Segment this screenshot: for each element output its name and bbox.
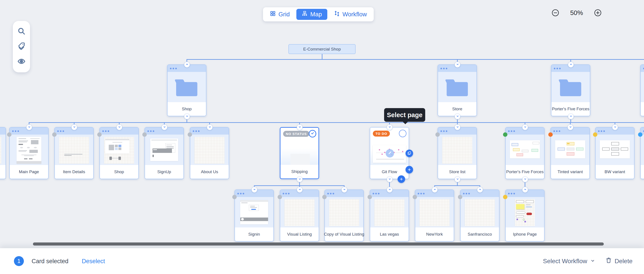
page-card[interactable]: Shop xyxy=(100,127,139,179)
status-dot-orange[interactable] xyxy=(548,132,553,137)
status-dot-green[interactable] xyxy=(503,132,508,137)
connector-handle[interactable] xyxy=(522,125,528,130)
folder-card[interactable]: Shop xyxy=(167,64,206,116)
status-dot-gray[interactable] xyxy=(142,132,147,137)
eye-tool-button[interactable] xyxy=(17,57,26,66)
connector-handle[interactable] xyxy=(184,62,190,68)
connector-handle[interactable] xyxy=(72,125,77,130)
page-card[interactable] xyxy=(0,127,6,179)
delete-button[interactable]: Delete xyxy=(605,257,632,265)
folder-card[interactable] xyxy=(640,64,644,116)
connector-handle[interactable] xyxy=(252,187,257,193)
status-dot-gray[interactable] xyxy=(412,195,417,199)
page-card[interactable]: Signin xyxy=(234,189,274,242)
page-thumbnail xyxy=(515,199,535,226)
view-toggle-workflow[interactable]: Workflow xyxy=(329,9,372,20)
connector-handle[interactable] xyxy=(162,125,167,130)
tag-tool-button[interactable] xyxy=(17,42,26,51)
card-title: Tinted variant xyxy=(558,169,583,174)
header-dot xyxy=(108,130,109,132)
page-card[interactable]: Copy of Visual Listing xyxy=(324,189,364,242)
status-dot-gray[interactable] xyxy=(322,195,327,199)
root-node[interactable]: E-Commercial Shop xyxy=(288,44,356,54)
select-workflow-dropdown[interactable]: Select Workflow xyxy=(543,258,595,265)
connector-handle[interactable] xyxy=(26,125,32,130)
header-dot xyxy=(102,130,104,132)
connector-handle[interactable] xyxy=(522,187,528,193)
view-toggle-grid[interactable]: Grid xyxy=(264,9,295,20)
connector-handle[interactable] xyxy=(184,114,190,119)
connector-handle[interactable] xyxy=(568,114,574,119)
card-checkbox-checked[interactable] xyxy=(309,130,316,137)
connector-handle[interactable] xyxy=(297,176,302,182)
status-dot-yellow[interactable] xyxy=(503,195,508,199)
connector-handle[interactable] xyxy=(387,125,392,130)
chevron-down-icon xyxy=(388,177,392,182)
page-card[interactable]: Iphone Page xyxy=(505,189,544,242)
connector-handle[interactable] xyxy=(454,114,460,119)
page-card[interactable]: Sanfrancisco xyxy=(460,189,500,242)
zoom-in-button[interactable] xyxy=(594,9,602,17)
card-footer: BW variant xyxy=(596,165,634,179)
connector-handle[interactable] xyxy=(387,176,392,182)
page-card[interactable]: BW variant xyxy=(595,127,634,179)
page-card[interactable]: Visual Listing xyxy=(280,189,319,242)
status-dot-gray[interactable] xyxy=(458,195,462,199)
deselect-link[interactable]: Deselect xyxy=(82,258,105,265)
header-dot xyxy=(375,193,377,194)
status-dot-gray[interactable] xyxy=(188,132,192,137)
connector-handle[interactable] xyxy=(454,62,460,68)
connector-handle[interactable] xyxy=(297,187,302,193)
status-dot-gray[interactable] xyxy=(368,195,372,199)
duplicate-page-button[interactable] xyxy=(406,149,413,157)
card-body xyxy=(641,135,644,165)
page-card[interactable]: NewYork xyxy=(415,189,454,242)
card-checkbox[interactable] xyxy=(399,130,406,137)
page-card[interactable]: Main Page xyxy=(9,127,48,179)
card-body xyxy=(190,135,229,165)
add-sibling-page-button[interactable]: + xyxy=(398,175,405,183)
zoom-out-button[interactable] xyxy=(552,9,559,17)
page-card[interactable] xyxy=(640,127,644,179)
folder-card[interactable]: Store xyxy=(438,64,477,116)
edit-page-button[interactable] xyxy=(386,149,394,157)
status-dot-gray[interactable] xyxy=(97,132,102,137)
connector-handle[interactable] xyxy=(297,125,302,130)
page-card[interactable]: SignUp xyxy=(144,127,184,179)
connector-handle[interactable] xyxy=(116,125,122,130)
view-toggle-map[interactable]: Map xyxy=(296,9,327,20)
connector-handle[interactable] xyxy=(342,187,347,193)
horizontal-scrollbar[interactable] xyxy=(33,243,604,246)
page-card[interactable]: Porter's Five Forces xyxy=(505,127,544,179)
page-card[interactable]: Las vegas xyxy=(370,189,409,242)
status-dot-gray[interactable] xyxy=(278,195,282,199)
status-dot-yellow[interactable] xyxy=(593,132,597,137)
folder-card[interactable]: Porter's Five Forces xyxy=(551,64,590,116)
connector-handle[interactable] xyxy=(387,187,392,193)
connector-handle[interactable] xyxy=(454,125,460,130)
status-dot-gray[interactable] xyxy=(7,132,12,137)
status-dot-gray[interactable] xyxy=(52,132,56,137)
connector-handle[interactable] xyxy=(612,125,618,130)
connector-handle[interactable] xyxy=(477,187,483,193)
connector-handle[interactable] xyxy=(568,125,573,130)
connector-handle[interactable] xyxy=(432,187,438,193)
page-card[interactable]: Item Details xyxy=(54,127,94,179)
page-card[interactable]: Tinted variant xyxy=(550,127,590,179)
add-child-page-button[interactable]: + xyxy=(406,166,413,173)
page-card[interactable]: About Us xyxy=(190,127,229,179)
status-dot-gray[interactable] xyxy=(435,132,440,137)
page-card[interactable]: ShippingNO STATUS xyxy=(280,127,319,179)
search-tool-button[interactable] xyxy=(17,27,26,36)
sitemap-canvas[interactable]: GridMapWorkflow 50% E-Commercial Shop Sh… xyxy=(0,0,644,274)
connector-handle[interactable] xyxy=(568,62,574,68)
page-card[interactable]: Store list xyxy=(438,127,477,179)
status-dot-blue[interactable] xyxy=(638,132,642,137)
header-dot xyxy=(511,193,512,194)
connector-handle[interactable] xyxy=(207,125,212,130)
card-body xyxy=(280,197,319,227)
connector-handle[interactable] xyxy=(454,176,460,182)
header-dot xyxy=(62,130,64,132)
status-dot-gray[interactable] xyxy=(232,195,237,199)
connector-handle[interactable] xyxy=(522,176,528,182)
